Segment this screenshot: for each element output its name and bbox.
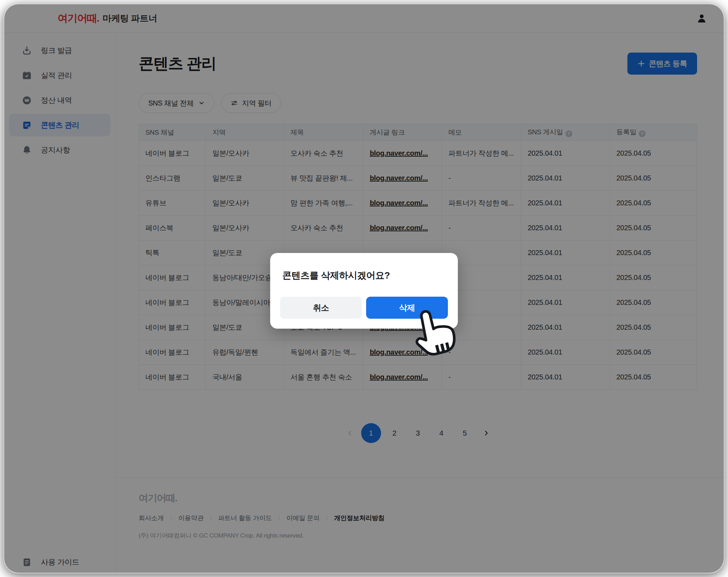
modal-title: 콘텐츠를 삭제하시겠어요? (282, 269, 448, 282)
app-window: 혼행 수선 숙소 여기어때. 마케팅 파트너 링크 발급 실적 관리 (4, 4, 724, 573)
cancel-button[interactable]: 취소 (280, 297, 362, 319)
